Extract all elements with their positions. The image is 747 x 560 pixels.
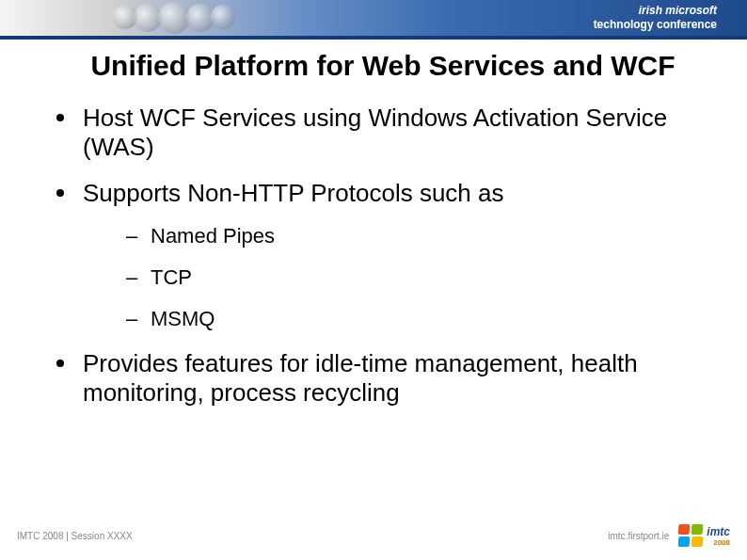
header-bar: irish microsoft technology conference [0,0,747,36]
sub-list-item: MSMQ [126,307,721,331]
logo-text: imtc 2008 [707,525,730,547]
bullet-text: Supports Non-HTTP Protocols such as [83,179,503,207]
list-item: Provides features for idle-time manageme… [56,349,721,408]
bullet-text: Provides features for idle-time manageme… [83,349,638,407]
sub-bullet-text: MSMQ [151,307,215,330]
footer-logo: imtc 2008 [678,524,730,547]
windows-flag-icon [678,524,703,547]
slide-content: Unified Platform for Web Services and WC… [0,40,747,408]
sub-list-item: Named Pipes [126,224,721,248]
bullet-list: Host WCF Services using Windows Activati… [45,104,721,408]
bullet-text: Host WCF Services using Windows Activati… [83,104,667,161]
sub-bullet-text: TCP [151,265,192,289]
header-conference-name: irish microsoft technology conference [594,4,717,32]
sub-bullet-text: Named Pipes [151,224,275,248]
header-line1: irish microsoft [594,4,717,18]
sub-bullet-list: Named Pipes TCP MSMQ [83,224,721,332]
sub-list-item: TCP [126,265,721,290]
footer-url: imtc.firstport.ie [608,531,669,541]
header-line2: technology conference [594,18,717,32]
footer: IMTC 2008 | Session XXXX imtc.firstport.… [0,524,747,547]
logo-sub: 2008 [707,538,730,547]
footer-session-info: IMTC 2008 | Session XXXX [17,531,133,541]
list-item: Host WCF Services using Windows Activati… [56,104,721,162]
header-decoration [113,0,282,36]
list-item: Supports Non-HTTP Protocols such as Name… [56,179,721,331]
logo-main: imtc [707,525,730,538]
slide-title: Unified Platform for Web Services and WC… [83,49,683,83]
footer-right: imtc.firstport.ie imtc 2008 [608,524,730,547]
